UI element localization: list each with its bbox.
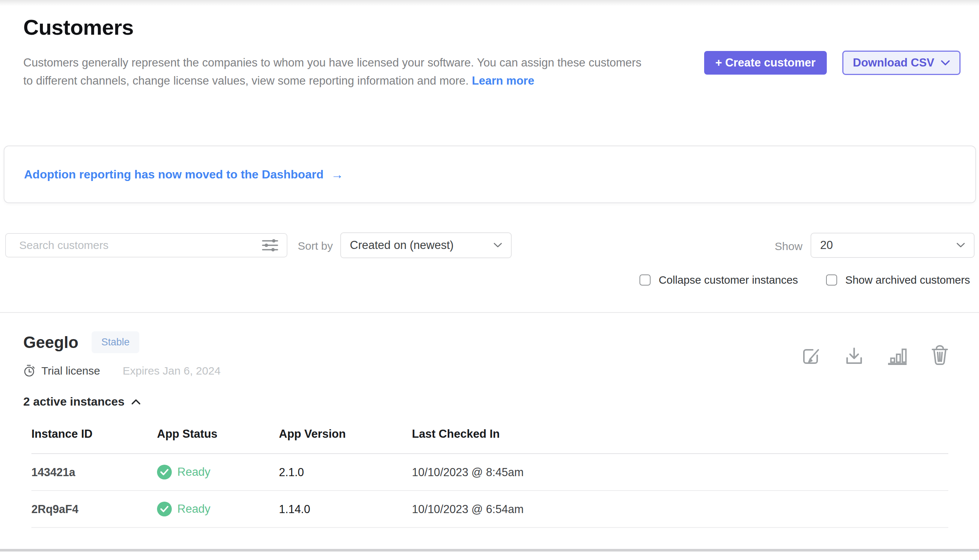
stopwatch-icon: [23, 364, 36, 378]
download-csv-label: Download CSV: [853, 56, 934, 70]
create-customer-button[interactable]: + Create customer: [704, 51, 826, 75]
last-checked-in-cell: 10/10/2023 @ 6:54am: [412, 503, 948, 516]
search-customers-box: [5, 233, 287, 257]
top-shadow: [0, 0, 979, 6]
channel-badge: Stable: [92, 331, 139, 353]
page-title: Customers: [23, 15, 666, 40]
show-label: Show: [775, 240, 802, 253]
customer-header: Geeglo Stable: [23, 331, 139, 353]
collapse-instances-checkbox-group: Collapse customer instances: [639, 274, 798, 286]
customer-name[interactable]: Geeglo: [23, 333, 78, 352]
instance-id-cell: 2Rq9aF4: [32, 503, 157, 516]
app-status-label: Ready: [177, 465, 210, 479]
bar-chart-icon[interactable]: [886, 345, 908, 367]
page-description-text: Customers generally represent the compan…: [23, 56, 641, 87]
app-status-label: Ready: [177, 502, 210, 516]
download-csv-button[interactable]: Download CSV: [842, 51, 961, 75]
arrow-right-icon: →: [331, 167, 344, 182]
chevron-down-icon: [494, 243, 502, 248]
app-version-cell: 2.1.0: [279, 466, 412, 479]
chevron-up-icon: [131, 399, 141, 405]
search-input[interactable]: [19, 239, 262, 252]
show-select-value: 20: [820, 238, 833, 252]
show-archived-label[interactable]: Show archived customers: [845, 274, 970, 286]
ready-check-icon: [157, 465, 172, 480]
instances-table: Instance ID App Status App Version Last …: [32, 427, 948, 528]
show-archived-checkbox-group: Show archived customers: [826, 274, 970, 286]
ready-check-icon: [157, 502, 172, 517]
customer-actions: [801, 345, 951, 367]
active-instances-toggle[interactable]: 2 active instances: [23, 395, 141, 408]
license-expiry: Expires Jan 6, 2024: [123, 365, 220, 377]
show-select[interactable]: 20: [811, 233, 974, 258]
adoption-reporting-banner[interactable]: Adoption reporting has now moved to the …: [4, 145, 976, 203]
col-header-instance-id: Instance ID: [32, 427, 157, 441]
section-divider: [0, 312, 979, 313]
banner-link[interactable]: Adoption reporting has now moved to the …: [24, 167, 344, 182]
edit-customer-icon[interactable]: [801, 345, 822, 367]
last-checked-in-cell: 10/10/2023 @ 8:45am: [412, 466, 948, 479]
instances-table-header: Instance ID App Status App Version Last …: [32, 427, 948, 454]
app-status-cell: Ready: [157, 465, 279, 480]
customers-page: Customers Customers generally represent …: [0, 0, 979, 560]
col-header-app-version: App Version: [279, 427, 412, 441]
bottom-divider: [0, 549, 979, 552]
collapse-instances-checkbox[interactable]: [639, 275, 650, 285]
col-header-last-checked-in: Last Checked In: [412, 427, 948, 441]
active-instances-label: 2 active instances: [23, 395, 125, 408]
learn-more-link[interactable]: Learn more: [472, 74, 534, 87]
app-status-cell: Ready: [157, 502, 279, 517]
show-archived-checkbox[interactable]: [826, 275, 837, 285]
table-row[interactable]: 143421a Ready 2.1.0 10/10/2023 @ 8:45am: [32, 454, 948, 491]
collapse-instances-label[interactable]: Collapse customer instances: [659, 274, 798, 286]
instance-id-cell: 143421a: [32, 466, 157, 479]
app-version-cell: 1.14.0: [279, 503, 412, 516]
page-description: Customers generally represent the compan…: [23, 53, 651, 90]
chevron-down-icon: [941, 60, 950, 66]
col-header-app-status: App Status: [157, 427, 279, 441]
table-row[interactable]: 2Rq9aF4 Ready 1.14.0 10/10/2023 @ 6:54am: [32, 491, 948, 528]
sort-select[interactable]: Created on (newest): [340, 232, 512, 258]
page-header: Customers Customers generally represent …: [23, 15, 666, 90]
filter-sliders-icon[interactable]: [262, 237, 279, 253]
license-type: Trial license: [42, 365, 100, 377]
header-actions: + Create customer Download CSV: [704, 51, 961, 75]
banner-text: Adoption reporting has now moved to the …: [24, 168, 324, 182]
download-customer-icon[interactable]: [844, 345, 865, 367]
chevron-down-icon: [956, 243, 965, 248]
license-row: Trial license Expires Jan 6, 2024: [23, 364, 220, 378]
delete-customer-icon[interactable]: [929, 345, 951, 367]
sort-select-value: Created on (newest): [350, 238, 454, 252]
sort-by-label: Sort by: [298, 240, 333, 252]
